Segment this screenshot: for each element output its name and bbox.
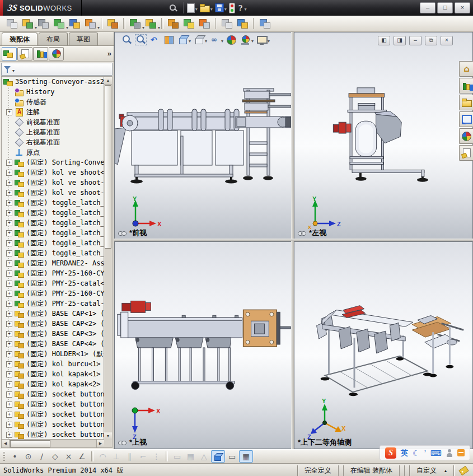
tree-item-front-plane[interactable]: 前视基准面 — [2, 117, 104, 127]
grid-icon[interactable]: ▦ — [184, 451, 197, 462]
expand-toggle-icon[interactable] — [6, 200, 12, 206]
tree-item[interactable]: (固定) BASE CAP<1> (默认 — [2, 309, 104, 319]
apply-scene-icon[interactable] — [238, 34, 255, 46]
tree-item[interactable]: (固定) socket button he — [2, 389, 104, 399]
expand-toggle-icon[interactable] — [6, 220, 12, 226]
exploded-view-icon[interactable] — [182, 17, 196, 30]
insert-components-icon[interactable] — [21, 17, 35, 30]
panel-overflow-chevron[interactable] — [107, 49, 111, 58]
move-component-icon[interactable] — [83, 17, 98, 30]
minimize-button[interactable]: – — [420, 2, 435, 13]
perimeter-circle-icon[interactable]: ⊙ — [22, 451, 35, 462]
expand-toggle-icon[interactable] — [6, 381, 12, 388]
viewport-left[interactable]: Y Z X *左视 — [294, 32, 473, 240]
restore-button[interactable]: □ — [437, 2, 453, 13]
expand-toggle-icon[interactable] — [6, 190, 12, 196]
tree-item[interactable]: (固定) toggle_latch_go_ — [2, 208, 104, 218]
pane-right-button[interactable]: ◨ — [394, 36, 406, 45]
trim-entities-icon[interactable]: × — [62, 451, 75, 462]
scroll-left-icon[interactable]: ◀ — [2, 440, 10, 447]
tree-item[interactable]: (固定) kol kapak<2> (默 — [2, 379, 104, 389]
tree-item[interactable]: (固定) socket button he — [2, 419, 104, 430]
rebuild-button[interactable] — [229, 3, 235, 13]
expand-toggle-icon[interactable] — [6, 351, 12, 357]
expand-toggle-icon[interactable] — [6, 291, 12, 297]
pane-left-button[interactable]: ◧ — [378, 36, 390, 45]
view-palette-button[interactable] — [459, 111, 473, 127]
propertymanager-tab[interactable] — [17, 47, 32, 60]
custom-dropdown-icon[interactable]: ▴ — [444, 468, 447, 473]
scrollbar-thumb[interactable] — [105, 85, 111, 249]
displaymanager-tab[interactable] — [49, 47, 64, 60]
tree-item[interactable]: (固定) HOLDER<1> (默认< — [2, 349, 104, 359]
display-style-icon[interactable] — [192, 34, 208, 46]
expand-toggle-icon[interactable] — [6, 311, 12, 317]
ime-skin-icon[interactable] — [457, 449, 465, 456]
edit-component-icon[interactable] — [5, 17, 20, 30]
linear-component-pattern-icon[interactable] — [52, 17, 67, 30]
mate-icon[interactable] — [36, 17, 51, 30]
tag-cell[interactable] — [453, 465, 473, 476]
filter-dropdown-icon[interactable] — [12, 64, 15, 74]
tree-item-origin[interactable]: 原点 — [2, 147, 104, 157]
instant3d-icon[interactable] — [198, 17, 212, 30]
tree-item[interactable]: (固定) toggle_latch_go_ — [2, 218, 104, 228]
tab-sketch[interactable]: 草图 — [69, 32, 98, 45]
tab-assembly[interactable]: 装配体 — [2, 32, 38, 45]
smart-fasteners-icon[interactable] — [68, 17, 82, 30]
tree-item[interactable]: (固定) PMY-25-160-CYLIN — [2, 268, 104, 278]
tree-item[interactable]: (固定) toggle_latch_go_ — [2, 238, 104, 248]
viewport-splitter-horizontal[interactable] — [114, 239, 473, 241]
tree-horizontal-scrollbar[interactable]: ◀ ▶ — [2, 439, 104, 447]
parallel-icon[interactable]: ∥ — [123, 451, 136, 462]
ime-moon-icon[interactable]: ☾ — [413, 449, 420, 458]
expand-toggle-icon[interactable] — [6, 331, 12, 337]
sketch-point-icon[interactable]: • — [8, 451, 21, 462]
toolbar-grip[interactable] — [3, 452, 5, 461]
expand-toggle-icon[interactable] — [6, 260, 12, 267]
tree-item-history[interactable]: History — [2, 87, 104, 97]
search-icon[interactable] — [169, 4, 177, 12]
scroll-up-icon[interactable]: ▲ — [104, 77, 112, 85]
sketch-angle-icon[interactable]: ∠ — [76, 451, 88, 462]
tree-root-item[interactable]: 3Sorting-Conveyor-ass2 (默 — [2, 77, 104, 87]
tree-item-annotations[interactable]: 注解 — [2, 107, 104, 117]
expand-toggle-icon[interactable] — [6, 391, 12, 398]
tree-item[interactable]: (固定) kol burcu<1> (默 — [2, 359, 104, 369]
ime-language-toggle[interactable]: 英 — [401, 448, 408, 458]
expand-toggle-icon[interactable] — [6, 422, 12, 428]
tree-filter-bar[interactable] — [1, 63, 113, 76]
tree-item[interactable]: (固定) kol ve shoot-2<1 — [2, 188, 104, 198]
expand-toggle-icon[interactable] — [6, 412, 12, 418]
reference-geometry-icon[interactable] — [144, 17, 158, 30]
motion-study-gears-icon[interactable] — [166, 17, 181, 30]
appearances-button[interactable] — [459, 128, 473, 144]
expand-toggle-icon[interactable] — [6, 230, 12, 236]
tree-item[interactable]: (固定) BASE CAP<4> (默认 — [2, 339, 104, 349]
section-view-icon[interactable] — [162, 34, 176, 46]
tree-item[interactable]: (固定) socket button he — [2, 409, 104, 419]
expand-toggle-icon[interactable] — [6, 402, 12, 408]
tangent-arc-icon[interactable]: ◠ — [96, 451, 109, 462]
tree-item-sensors[interactable]: 传感器 — [2, 97, 104, 107]
tree-item[interactable]: (固定) BASE CAP<3> (默认 — [2, 329, 104, 339]
child-minimize-button[interactable]: – — [409, 36, 422, 45]
tree-item-right-plane[interactable]: 右视基准面 — [2, 137, 104, 147]
tree-vertical-scrollbar[interactable]: ▲ ▼ — [104, 77, 112, 440]
solidworks-resources-button[interactable] — [459, 61, 473, 77]
expand-toggle-icon[interactable] — [6, 341, 12, 347]
expand-toggle-icon[interactable] — [6, 250, 12, 256]
design-library-button[interactable] — [459, 78, 473, 94]
custom-properties-button[interactable] — [459, 145, 473, 161]
show-hidden-components-icon[interactable] — [106, 17, 120, 30]
four-viewport-button[interactable]: ▦ — [239, 450, 253, 463]
tree-item-top-plane[interactable]: 上视基准面 — [2, 127, 104, 137]
custom-status[interactable]: 自定义 ▴ — [409, 465, 453, 476]
featuremanager-tab[interactable] — [2, 47, 17, 60]
close-button[interactable]: × — [455, 2, 470, 13]
view-settings-icon[interactable] — [255, 34, 271, 46]
new-document-button[interactable] — [187, 3, 198, 13]
tree-item[interactable]: (固定) kol ve shoot<1> — [2, 167, 104, 178]
tree-item[interactable]: (固定) BASE CAP<2> (默认 — [2, 319, 104, 329]
zoom-to-area-icon[interactable] — [134, 34, 148, 46]
